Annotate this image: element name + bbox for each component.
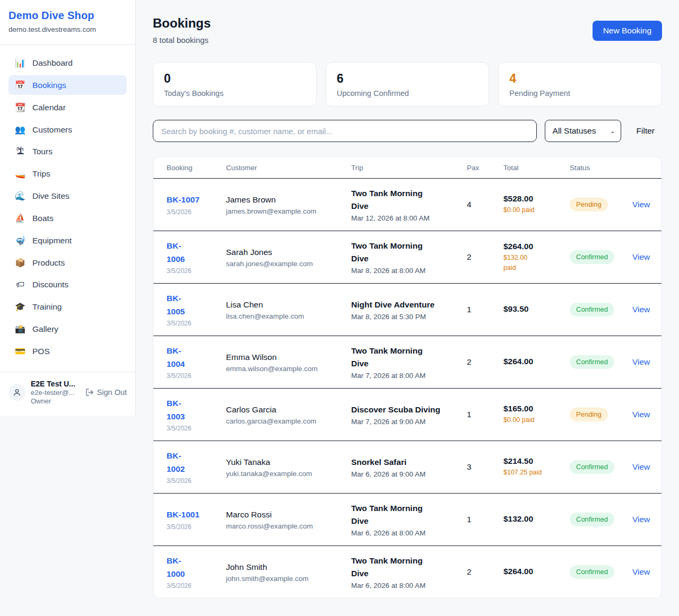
trip-name: Two Tank Morning Dive	[351, 502, 441, 527]
booking-link[interactable]: BK-1002	[167, 450, 190, 475]
sidebar-item-equipment[interactable]: 🤿 Equipment	[8, 231, 127, 250]
booking-link[interactable]: BK-1001	[167, 508, 220, 521]
customer-email: lisa.chen@example.com	[226, 312, 345, 320]
customer-name: Carlos Garcia	[226, 404, 345, 416]
status-badge: Confirmed	[570, 565, 614, 579]
booking-link[interactable]: BK-1006	[167, 240, 190, 265]
booking-cell: BK-1001 3/5/2026	[167, 508, 226, 530]
user-email: e2e-tester@...	[31, 389, 80, 397]
sidebar-item-label: Dive Sites	[32, 191, 69, 201]
col-header-status: Status	[570, 164, 632, 172]
bookings-table: Booking Customer Trip Pax Total Status B…	[153, 156, 662, 599]
booking-link[interactable]: BK-1007	[167, 193, 220, 206]
view-link[interactable]: View	[632, 357, 650, 366]
booking-date: 3/5/2026	[167, 425, 220, 432]
stat-card-upcoming-confirmed: 6 Upcoming Confirmed	[326, 62, 490, 107]
sidebar-item-label: Dashboard	[32, 58, 73, 68]
trip-cell: Night Dive Adventure Mar 8, 2026 at 5:30…	[351, 298, 467, 321]
col-header-pax: Pax	[467, 164, 503, 172]
booking-date: 3/5/2026	[167, 582, 220, 589]
booking-link[interactable]: BK-1005	[167, 292, 190, 318]
customer-email: john.smith@example.com	[226, 575, 345, 583]
stat-label: Today's Bookings	[164, 89, 306, 98]
sidebar-item-bookings[interactable]: 📅 Bookings	[8, 75, 127, 95]
page-title: Bookings	[153, 16, 211, 31]
total-amount: $165.00	[503, 404, 563, 413]
col-header-trip: Trip	[351, 164, 467, 172]
sidebar-item-training[interactable]: 🎓 Training	[8, 297, 127, 316]
sidebar-item-gallery[interactable]: 📸 Gallery	[8, 319, 127, 339]
view-link[interactable]: View	[632, 305, 650, 314]
customer-email: emma.wilson@example.com	[226, 365, 345, 373]
view-link[interactable]: View	[632, 252, 650, 261]
stat-value: 6	[337, 72, 478, 86]
sidebar-item-dashboard[interactable]: 📊 Dashboard	[8, 53, 127, 73]
trip-name: Discover Scuba Diving	[351, 403, 441, 416]
sidebar-item-pos[interactable]: 💳 POS	[8, 341, 127, 361]
table-header-row: Booking Customer Trip Pax Total Status	[153, 157, 661, 178]
trip-cell: Two Tank Morning Dive Mar 8, 2026 at 8:0…	[351, 240, 467, 275]
total-amount: $528.00	[503, 194, 563, 204]
sidebar-item-calendar[interactable]: 📆 Calendar	[8, 98, 127, 117]
main-content: Bookings 8 total bookings New Booking 0 …	[136, 0, 679, 614]
search-input[interactable]	[153, 120, 537, 142]
sign-out-button[interactable]: Sign Out	[85, 388, 127, 397]
sidebar-item-customers[interactable]: 👥 Customers	[8, 120, 127, 139]
total-cell: $264.00	[503, 567, 570, 578]
pax-cell: 4	[467, 200, 503, 209]
filter-button[interactable]: Filter	[629, 126, 662, 136]
view-link[interactable]: View	[632, 567, 650, 576]
sidebar-item-label: Gallery	[32, 324, 58, 334]
sidebar-item-tours[interactable]: 🏝 Tours	[8, 142, 127, 161]
sidebar-nav: 📊 Dashboard 📅 Bookings 📆 Calendar 👥 Cust…	[0, 45, 135, 368]
status-cell: Confirmed	[570, 460, 632, 474]
stat-cards: 0 Today's Bookings 6 Upcoming Confirmed …	[153, 62, 662, 107]
customer-cell: Lisa Chen lisa.chen@example.com	[226, 299, 351, 320]
customer-name: Sarah Jones	[226, 247, 345, 258]
sidebar-item-dive-sites[interactable]: 🌊 Dive Sites	[8, 186, 127, 206]
trip-name: Snorkel Safari	[351, 456, 441, 469]
booking-link[interactable]: BK-1000	[167, 555, 190, 580]
sidebar-item-discounts[interactable]: 🏷 Discounts	[8, 275, 127, 294]
view-link[interactable]: View	[632, 515, 650, 524]
calendar-bookings-icon: 📅	[15, 80, 25, 90]
sidebar-item-label: Training	[32, 302, 62, 312]
page-header: Bookings 8 total bookings New Booking	[153, 16, 662, 45]
booking-link[interactable]: BK-1003	[167, 397, 190, 423]
status-select[interactable]: All Statuses ⌄	[545, 120, 621, 142]
credit-card-icon: 💳	[15, 346, 25, 356]
sidebar-item-label: Boats	[32, 214, 54, 223]
customer-cell: Sarah Jones sarah.jones@example.com	[226, 247, 351, 268]
sidebar-item-trips[interactable]: 🚤 Trips	[8, 164, 127, 183]
sidebar-item-boats[interactable]: ⛵ Boats	[8, 208, 127, 228]
trip-cell: Two Tank Morning Dive Mar 6, 2026 at 8:0…	[351, 502, 467, 537]
trip-cell: Two Tank Morning Dive Mar 12, 2026 at 8:…	[351, 187, 467, 222]
status-badge: Pending	[570, 408, 608, 421]
booking-cell: BK-1004 3/5/2026	[167, 345, 226, 379]
table-row: BK-1000 3/5/2026 John Smith john.smith@e…	[153, 545, 661, 598]
customer-cell: John Smith john.smith@example.com	[226, 561, 351, 583]
customer-email: yuki.tanaka@example.com	[226, 470, 345, 478]
customer-email: james.brown@example.com	[226, 207, 345, 215]
status-cell: Pending	[570, 408, 632, 421]
booking-link[interactable]: BK-1004	[167, 345, 190, 370]
sidebar-item-label: POS	[32, 347, 50, 356]
col-header-total: Total	[503, 164, 570, 172]
user-role: Owner	[31, 397, 80, 405]
trip-name: Two Tank Morning Dive	[351, 555, 441, 580]
view-link[interactable]: View	[632, 200, 650, 209]
island-icon: 🏝	[15, 147, 25, 156]
user-name: E2E Test U...	[31, 380, 80, 388]
stat-card-pending-payment: 4 Pending Payment	[498, 62, 662, 107]
booking-cell: BK-1006 3/5/2026	[167, 240, 226, 274]
customer-email: marco.rossi@example.com	[226, 522, 345, 530]
total-amount: $264.00	[503, 242, 563, 251]
view-link[interactable]: View	[632, 462, 650, 471]
view-link[interactable]: View	[632, 410, 650, 419]
avatar	[8, 384, 25, 401]
wave-icon: 🌊	[15, 191, 25, 201]
sign-out-label: Sign Out	[97, 388, 127, 397]
sidebar-item-products[interactable]: 📦 Products	[8, 253, 127, 272]
new-booking-button[interactable]: New Booking	[593, 21, 662, 41]
table-row: BK-1005 3/5/2026 Lisa Chen lisa.chen@exa…	[153, 283, 661, 336]
